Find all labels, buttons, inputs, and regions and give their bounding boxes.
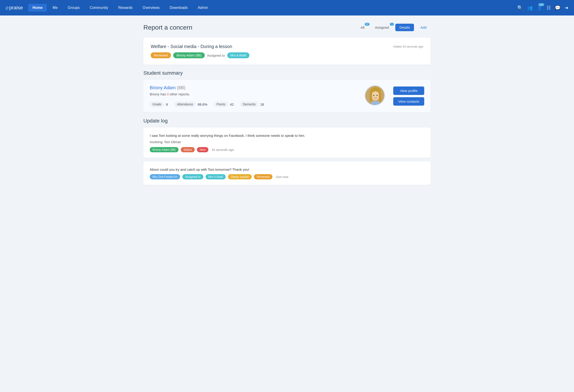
tab-all[interactable]: All 22 (357, 24, 369, 31)
stat-attendance: Attendance 88.6% (174, 102, 207, 107)
nav-overviews[interactable]: Overviews (139, 4, 164, 12)
logo-praise: praise (9, 5, 23, 11)
update-entry-2: Alison could you try and catch up with T… (144, 161, 430, 185)
update-badge-status-label: Status (181, 147, 195, 152)
all-badge: 22 (365, 23, 369, 26)
concern-badges: Reviewed Briony Adam (8B) Assigned to Mr… (151, 52, 249, 58)
update-message-2: Alison could you try and catch up with T… (150, 167, 424, 172)
nav-groups[interactable]: Groups (64, 4, 84, 12)
stat-points-value: 42 (230, 102, 234, 106)
svg-rect-3 (370, 93, 372, 102)
concern-left: Welfare - Social media - During a lesson… (151, 44, 249, 58)
tab-add[interactable]: Add (416, 24, 430, 31)
student-summary-card: Briony Adam (8B) Briony has 0 other repo… (144, 80, 430, 112)
stat-demerits-value: 18 (260, 102, 264, 106)
notification-badge: 200 (538, 3, 544, 6)
assigned-badge: 1 (390, 23, 394, 26)
assigned-text: Assigned to (207, 54, 225, 57)
nav-community[interactable]: Community (86, 4, 112, 12)
nav-downloads[interactable]: Downloads (165, 4, 192, 12)
assignee-badge: Mrs A Abell (227, 52, 249, 58)
page-header: Report a concern All 22 Assigned 1 Detai… (144, 24, 430, 31)
navbar-icons: 🔍 👥 👤 200 ☷ 💬 ➔ (517, 5, 569, 10)
student-class: (8B) (177, 85, 185, 90)
concern-header: Welfare - Social media - During a lesson… (151, 44, 423, 58)
grid-icon[interactable]: ☷ (547, 5, 551, 10)
student-stats: Grade 8 Attendance 88.6% Points 42 Demer… (150, 102, 424, 107)
person-icon[interactable]: 👤 200 (537, 5, 543, 10)
header-actions: All 22 Assigned 1 Details Add (357, 24, 430, 31)
stat-attendance-label: Attendance (174, 102, 196, 107)
stat-attendance-value: 88.6% (198, 102, 207, 106)
student-action-buttons: View profile View contacts (393, 87, 424, 106)
nav-rewards[interactable]: Rewards (114, 4, 137, 12)
stat-grade: Grade 8 (150, 102, 168, 107)
app-logo[interactable]: epraise (5, 4, 23, 11)
svg-point-2 (371, 91, 380, 100)
update-message-1: I saw Tom looking at some really worryin… (150, 133, 424, 138)
view-contacts-button[interactable]: View contacts (393, 97, 424, 106)
stat-grade-label: Grade (150, 102, 164, 107)
stat-demerits-label: Demerits (240, 102, 258, 107)
update-badge-assigned-to-label: Assigned to (182, 174, 203, 179)
update-badge-student: Briony Adam (8B) (150, 147, 179, 152)
update-badge-status-update: Status update (228, 174, 252, 179)
nav-home[interactable]: Home (28, 4, 46, 12)
svg-rect-4 (379, 93, 381, 102)
concern-card: Welfare - Social media - During a lesson… (144, 37, 430, 65)
navbar: epraise Home Me Groups Community Rewards… (0, 0, 574, 16)
signout-icon[interactable]: ➔ (565, 5, 569, 10)
main-content: Report a concern All 22 Assigned 1 Detai… (134, 16, 440, 197)
search-icon[interactable]: 🔍 (517, 5, 523, 10)
student-badge: Briony Adam (8B) (173, 52, 205, 58)
stat-points-label: Points (214, 102, 228, 107)
update-badge-assigned-to-value: Mrs A Abell (206, 174, 226, 179)
tab-details[interactable]: Details (395, 24, 414, 31)
update-log-title: Update log (144, 118, 430, 124)
student-summary-title: Student summary (144, 70, 430, 76)
update-time-2: Just now (276, 175, 288, 179)
svg-point-5 (373, 95, 374, 96)
stat-points: Points 42 (214, 102, 234, 107)
view-profile-button[interactable]: View profile (393, 87, 424, 95)
update-entry-1: I saw Tom looking at some really worryin… (144, 128, 430, 158)
student-name-link[interactable]: Briony Adam (150, 85, 176, 90)
tab-assigned[interactable]: Assigned 1 (371, 24, 393, 31)
update-badge-reviewed: Reviewed (254, 174, 272, 179)
svg-point-6 (377, 95, 378, 96)
status-badge-reviewed: Reviewed (151, 52, 171, 58)
update-meta-1: Briony Adam (8B) Status New 34 seconds a… (150, 147, 424, 152)
concern-title: Welfare - Social media - During a lesson (151, 44, 249, 49)
update-badge-author: Mrs Zoë Fredbri'ch (150, 174, 180, 179)
concern-added: Added 34 seconds ago (393, 45, 423, 48)
update-involving-1: Involving: Tom Oliman (150, 140, 424, 144)
student-avatar (365, 85, 385, 106)
stat-grade-value: 8 (166, 102, 168, 106)
update-time-1: 34 seconds ago (212, 148, 234, 152)
nav-admin[interactable]: Admin (194, 4, 212, 12)
update-badge-status-value: New (197, 147, 208, 152)
page-title: Report a concern (144, 24, 357, 31)
chat-icon[interactable]: 💬 (555, 5, 561, 10)
users-icon[interactable]: 👥 (527, 5, 533, 10)
stat-demerits: Demerits 18 (240, 102, 264, 107)
update-meta-2: Mrs Zoë Fredbri'ch Assigned to Mrs A Abe… (150, 174, 424, 179)
nav-me[interactable]: Me (49, 4, 62, 12)
logo-e: e (5, 4, 9, 11)
